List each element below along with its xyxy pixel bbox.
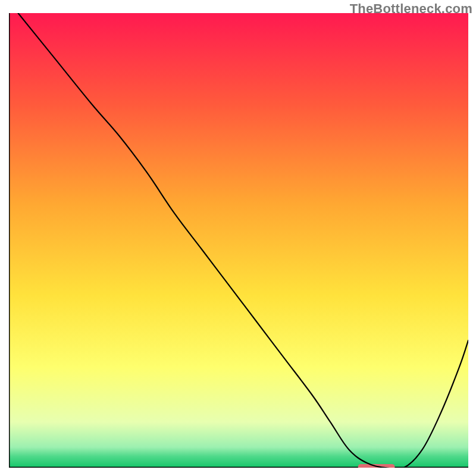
bottleneck-chart	[9, 13, 468, 468]
chart-background	[9, 13, 468, 468]
chart-svg	[9, 13, 468, 468]
